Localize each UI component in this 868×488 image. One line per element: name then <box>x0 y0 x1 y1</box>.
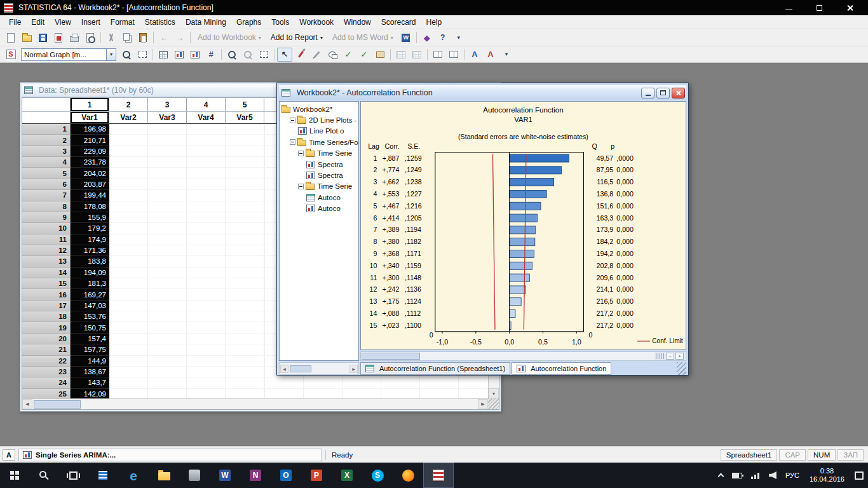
cell-var1-row2[interactable]: 210,71 <box>71 135 109 146</box>
cell-var3-row8[interactable] <box>148 201 187 212</box>
zoom-select[interactable] <box>135 48 150 62</box>
row-header-12[interactable]: 12 <box>22 245 71 256</box>
tree-item-workbook2-0[interactable]: Workbook2* <box>280 104 358 114</box>
cell-var5-row20[interactable] <box>226 334 264 344</box>
cell-var4-row10[interactable] <box>187 223 226 234</box>
cell-var5-row2[interactable] <box>226 135 264 146</box>
layout-single[interactable] <box>430 48 445 62</box>
cell-var5-row8[interactable] <box>226 201 264 212</box>
clock[interactable]: 0:38 16.04.2016 <box>804 467 850 484</box>
cell-var2-row13[interactable] <box>109 256 148 267</box>
cell-var1-row14[interactable]: 194,09 <box>71 268 109 278</box>
row-header-20[interactable]: 20 <box>22 334 71 344</box>
tree-collapse-icon[interactable] <box>298 184 304 189</box>
tab-autocorrelation-function[interactable]: Autocorrelation Function <box>512 362 611 375</box>
col-number-3[interactable]: 3 <box>148 98 187 112</box>
cell-var2-row21[interactable] <box>109 344 148 355</box>
menu-graphs[interactable]: Graphs <box>231 16 266 29</box>
zoom-in-icon[interactable]: + <box>675 353 684 360</box>
col-name-var3[interactable]: Var3 <box>148 112 187 124</box>
cell-var4-row11[interactable] <box>187 234 226 245</box>
menu-statistics[interactable]: Statistics <box>140 16 180 29</box>
cell-var5-row6[interactable] <box>226 179 264 190</box>
cell-var4-row17[interactable] <box>187 301 226 311</box>
cell-var5-row18[interactable] <box>226 311 264 322</box>
cell-var4-row5[interactable] <box>187 168 226 179</box>
row-header-10[interactable]: 10 <box>22 223 71 234</box>
print-preview[interactable] <box>83 30 98 44</box>
app-titlebar[interactable]: STATISTICA 64 - Workbook2* - [Autocorrel… <box>0 0 868 15</box>
workbook-resize-grip[interactable] <box>677 362 686 375</box>
cell-var2-row15[interactable] <box>109 278 148 289</box>
scroll-left-icon[interactable]: ◀ <box>280 365 288 373</box>
menu-tools[interactable]: Tools <box>266 16 294 29</box>
cell-var5-row22[interactable] <box>226 356 264 367</box>
cell-var5-row23[interactable] <box>226 367 264 377</box>
cell-var5-row19[interactable] <box>226 322 264 333</box>
undo[interactable]: ← <box>156 30 172 44</box>
cell-var4-row25[interactable] <box>187 389 226 398</box>
cell-var5-row12[interactable] <box>226 245 264 256</box>
cell-var4-row19[interactable] <box>187 322 226 333</box>
taskbar-statistica[interactable] <box>423 463 454 488</box>
cell-var5-row15[interactable] <box>226 278 264 289</box>
cell-var3-row20[interactable] <box>148 334 187 344</box>
cell-var4-row22[interactable] <box>187 356 226 367</box>
cell-var4-row9[interactable] <box>187 212 226 223</box>
cell-var5-row25[interactable] <box>226 389 264 398</box>
toolbar2-options[interactable]: ▾ <box>499 48 514 62</box>
cell-var5-row10[interactable] <box>226 223 264 234</box>
cell-var2-row19[interactable] <box>109 322 148 333</box>
taskbar-edge[interactable]: e <box>118 463 149 488</box>
cell-var3-row25[interactable] <box>148 389 187 398</box>
font-decrease[interactable]: A <box>483 48 498 62</box>
cell-var2-row12[interactable] <box>109 245 148 256</box>
cell-var3-row15[interactable] <box>148 278 187 289</box>
tree-item-2d-line-plots-1[interactable]: 2D Line Plots - <box>280 114 358 125</box>
network-indicator[interactable] <box>747 463 764 488</box>
cell-var5-row21[interactable] <box>226 344 264 355</box>
cell-var2-row14[interactable] <box>109 268 148 278</box>
cell-var3-row16[interactable] <box>148 289 187 300</box>
tree-item-spectra-5[interactable]: Spectra <box>280 159 358 170</box>
row-header-15[interactable]: 15 <box>22 278 71 289</box>
row-header-3[interactable]: 3 <box>22 146 71 157</box>
cell-var3-row1[interactable] <box>148 124 187 135</box>
grid-corner[interactable] <box>22 98 71 112</box>
row-header-11[interactable]: 11 <box>22 234 71 245</box>
cell-var1-row19[interactable]: 150,75 <box>71 322 109 333</box>
col-name-var2[interactable]: Var2 <box>109 112 148 124</box>
taskbar-word[interactable]: W <box>210 463 240 488</box>
cell-var2-row18[interactable] <box>109 311 148 322</box>
zoom-out[interactable] <box>240 48 255 62</box>
cell-var1-row5[interactable]: 204,02 <box>71 168 109 179</box>
zoom-in[interactable] <box>224 48 240 62</box>
row-header-19[interactable]: 19 <box>22 322 71 333</box>
cell-var4-row12[interactable] <box>187 245 226 256</box>
maximize-button[interactable] <box>812 3 826 13</box>
row-header-13[interactable]: 13 <box>22 256 71 267</box>
cell-var3-row2[interactable] <box>148 135 187 146</box>
cell-var1-row13[interactable]: 183,8 <box>71 256 109 267</box>
menu-data-mining[interactable]: Data Mining <box>180 16 231 29</box>
tree-horizontal-scrollbar[interactable]: ◀ ▶ <box>279 362 359 375</box>
cell-var2-row16[interactable] <box>109 289 148 300</box>
shape-tool[interactable] <box>325 48 340 62</box>
cell-var3-row13[interactable] <box>148 256 187 267</box>
row-header-2[interactable]: 2 <box>22 135 71 146</box>
add-to-workbook[interactable]: Add to Workbook▾ <box>193 32 266 43</box>
row-header-14[interactable]: 14 <box>22 268 71 278</box>
cell-var4-row2[interactable] <box>187 135 226 146</box>
scroll-left-icon[interactable]: ◀ <box>22 399 32 409</box>
cell-var5-row7[interactable] <box>226 190 264 201</box>
menu-view[interactable]: View <box>50 16 76 29</box>
zoom-slider-icon[interactable] <box>656 353 665 359</box>
accept-check[interactable]: ✓ <box>341 48 356 62</box>
taskbar-powerpoint[interactable]: P <box>301 463 332 488</box>
menu-window[interactable]: Window <box>339 16 376 29</box>
cell-var5-row16[interactable] <box>226 289 264 300</box>
tree-item-autoco-9[interactable]: Autoco <box>280 203 358 214</box>
col-name-var4[interactable]: Var4 <box>187 112 226 124</box>
cell-var1-row18[interactable]: 153,76 <box>71 311 109 322</box>
add-to-report[interactable]: Add to Report▾ <box>266 32 327 43</box>
